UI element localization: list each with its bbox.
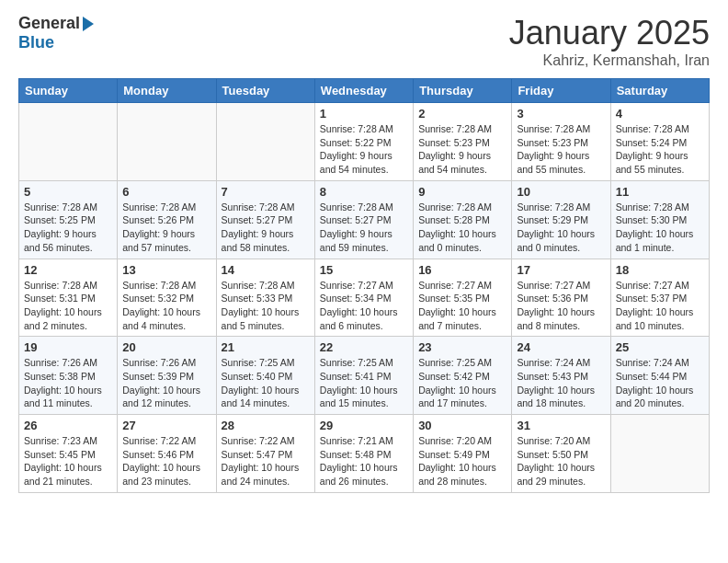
sunset-text: Sunset: 5:44 PM — [616, 371, 688, 382]
table-row: 17Sunrise: 7:27 AMSunset: 5:36 PMDayligh… — [512, 259, 610, 337]
sunrise-text: Sunrise: 7:27 AM — [320, 280, 393, 291]
daylight-text: Daylight: 10 hours and 10 minutes. — [616, 306, 694, 331]
sunset-text: Sunset: 5:35 PM — [418, 293, 490, 304]
table-row: 18Sunrise: 7:27 AMSunset: 5:37 PMDayligh… — [610, 259, 709, 337]
daylight-text: Daylight: 10 hours and 4 minutes. — [122, 306, 200, 331]
day-info: Sunrise: 7:28 AMSunset: 5:26 PMDaylight:… — [122, 201, 210, 255]
day-number: 17 — [517, 263, 605, 277]
daylight-text: Daylight: 10 hours and 18 minutes. — [517, 385, 595, 409]
daylight-text: Daylight: 9 hours and 56 minutes. — [24, 228, 97, 253]
table-row: 31Sunrise: 7:20 AMSunset: 5:50 PMDayligh… — [512, 415, 610, 493]
table-row: 6Sunrise: 7:28 AMSunset: 5:26 PMDaylight… — [118, 180, 216, 259]
location: Kahriz, Kermanshah, Iran — [509, 52, 710, 69]
table-row — [118, 103, 216, 181]
sunrise-text: Sunrise: 7:28 AM — [222, 201, 295, 213]
table-row: 24Sunrise: 7:24 AMSunset: 5:43 PMDayligh… — [512, 337, 610, 415]
day-info: Sunrise: 7:28 AMSunset: 5:27 PMDaylight:… — [222, 201, 310, 255]
sunrise-text: Sunrise: 7:28 AM — [320, 201, 393, 213]
table-row: 2Sunrise: 7:28 AMSunset: 5:23 PMDaylight… — [414, 103, 512, 181]
day-info: Sunrise: 7:28 AMSunset: 5:24 PMDaylight:… — [616, 122, 704, 177]
table-row — [610, 415, 709, 493]
day-info: Sunrise: 7:28 AMSunset: 5:23 PMDaylight:… — [418, 122, 506, 177]
table-row — [216, 103, 314, 181]
daylight-text: Daylight: 10 hours and 6 minutes. — [320, 306, 398, 331]
sunrise-text: Sunrise: 7:28 AM — [517, 123, 590, 134]
header-sunday: Sunday — [19, 79, 118, 103]
table-row: 20Sunrise: 7:26 AMSunset: 5:39 PMDayligh… — [118, 337, 216, 415]
daylight-text: Daylight: 10 hours and 29 minutes. — [517, 462, 595, 487]
day-info: Sunrise: 7:28 AMSunset: 5:23 PMDaylight:… — [517, 122, 605, 177]
day-number: 26 — [24, 419, 112, 432]
day-info: Sunrise: 7:27 AMSunset: 5:35 PMDaylight:… — [418, 279, 506, 333]
sunset-text: Sunset: 5:43 PM — [517, 371, 588, 382]
logo: General Blue — [18, 14, 94, 52]
logo-general-text: General — [18, 14, 80, 33]
sunrise-text: Sunrise: 7:28 AM — [517, 201, 590, 213]
day-number: 31 — [517, 419, 605, 432]
sunrise-text: Sunrise: 7:21 AM — [320, 435, 393, 446]
day-number: 1 — [320, 107, 408, 121]
day-number: 25 — [616, 340, 704, 354]
day-info: Sunrise: 7:22 AMSunset: 5:46 PMDaylight:… — [122, 434, 210, 488]
sunset-text: Sunset: 5:38 PM — [24, 371, 96, 382]
sunrise-text: Sunrise: 7:23 AM — [24, 435, 97, 446]
sunrise-text: Sunrise: 7:24 AM — [616, 357, 689, 368]
day-info: Sunrise: 7:27 AMSunset: 5:36 PMDaylight:… — [517, 279, 605, 333]
table-row: 29Sunrise: 7:21 AMSunset: 5:48 PMDayligh… — [314, 415, 413, 493]
daylight-text: Daylight: 9 hours and 59 minutes. — [320, 228, 392, 253]
sunset-text: Sunset: 5:34 PM — [320, 293, 392, 304]
page: General Blue January 2025 Kahriz, Kerman… — [0, 0, 728, 563]
day-info: Sunrise: 7:28 AMSunset: 5:25 PMDaylight:… — [24, 201, 112, 255]
day-info: Sunrise: 7:28 AMSunset: 5:33 PMDaylight:… — [222, 279, 310, 333]
daylight-text: Daylight: 10 hours and 26 minutes. — [320, 462, 398, 487]
daylight-text: Daylight: 10 hours and 0 minutes. — [418, 228, 496, 253]
table-row: 15Sunrise: 7:27 AMSunset: 5:34 PMDayligh… — [314, 259, 413, 337]
day-number: 20 — [122, 340, 210, 354]
sunrise-text: Sunrise: 7:24 AM — [517, 357, 590, 368]
day-number: 9 — [418, 185, 506, 199]
day-info: Sunrise: 7:28 AMSunset: 5:28 PMDaylight:… — [418, 201, 506, 255]
day-number: 16 — [418, 263, 506, 277]
daylight-text: Daylight: 9 hours and 54 minutes. — [320, 150, 392, 175]
daylight-text: Daylight: 9 hours and 55 minutes. — [517, 150, 589, 175]
daylight-text: Daylight: 10 hours and 11 minutes. — [24, 385, 102, 409]
header-monday: Monday — [118, 79, 216, 103]
sunset-text: Sunset: 5:31 PM — [24, 293, 96, 304]
table-row: 27Sunrise: 7:22 AMSunset: 5:46 PMDayligh… — [118, 415, 216, 493]
logo-arrow-icon — [83, 17, 94, 31]
sunset-text: Sunset: 5:25 PM — [24, 214, 96, 225]
sunset-text: Sunset: 5:29 PM — [517, 214, 588, 225]
sunrise-text: Sunrise: 7:28 AM — [418, 123, 492, 134]
table-row: 3Sunrise: 7:28 AMSunset: 5:23 PMDaylight… — [512, 103, 610, 181]
day-number: 27 — [122, 419, 210, 432]
day-info: Sunrise: 7:28 AMSunset: 5:27 PMDaylight:… — [320, 201, 408, 255]
daylight-text: Daylight: 10 hours and 7 minutes. — [418, 306, 496, 331]
table-row: 8Sunrise: 7:28 AMSunset: 5:27 PMDaylight… — [314, 180, 413, 259]
sunset-text: Sunset: 5:23 PM — [418, 137, 490, 148]
header-saturday: Saturday — [610, 79, 709, 103]
daylight-text: Daylight: 10 hours and 12 minutes. — [122, 385, 200, 409]
day-info: Sunrise: 7:28 AMSunset: 5:31 PMDaylight:… — [24, 279, 112, 333]
sunset-text: Sunset: 5:36 PM — [517, 293, 588, 304]
sunrise-text: Sunrise: 7:28 AM — [418, 201, 492, 213]
daylight-text: Daylight: 10 hours and 21 minutes. — [24, 462, 102, 487]
header-thursday: Thursday — [414, 79, 512, 103]
day-info: Sunrise: 7:25 AMSunset: 5:40 PMDaylight:… — [222, 356, 310, 410]
sunrise-text: Sunrise: 7:26 AM — [24, 357, 97, 368]
day-info: Sunrise: 7:22 AMSunset: 5:47 PMDaylight:… — [222, 434, 310, 488]
day-number: 15 — [320, 263, 408, 277]
table-row: 19Sunrise: 7:26 AMSunset: 5:38 PMDayligh… — [19, 337, 118, 415]
day-info: Sunrise: 7:21 AMSunset: 5:48 PMDaylight:… — [320, 434, 408, 488]
sunrise-text: Sunrise: 7:27 AM — [517, 280, 590, 291]
sunset-text: Sunset: 5:27 PM — [222, 214, 293, 225]
day-info: Sunrise: 7:25 AMSunset: 5:41 PMDaylight:… — [320, 356, 408, 410]
day-number: 24 — [517, 340, 605, 354]
daylight-text: Daylight: 10 hours and 17 minutes. — [418, 385, 496, 409]
sunrise-text: Sunrise: 7:28 AM — [24, 280, 97, 291]
day-info: Sunrise: 7:23 AMSunset: 5:45 PMDaylight:… — [24, 434, 112, 488]
sunrise-text: Sunrise: 7:28 AM — [122, 201, 196, 213]
table-row: 22Sunrise: 7:25 AMSunset: 5:41 PMDayligh… — [314, 337, 413, 415]
table-row: 4Sunrise: 7:28 AMSunset: 5:24 PMDaylight… — [610, 103, 709, 181]
day-number: 22 — [320, 340, 408, 354]
day-number: 19 — [24, 340, 112, 354]
